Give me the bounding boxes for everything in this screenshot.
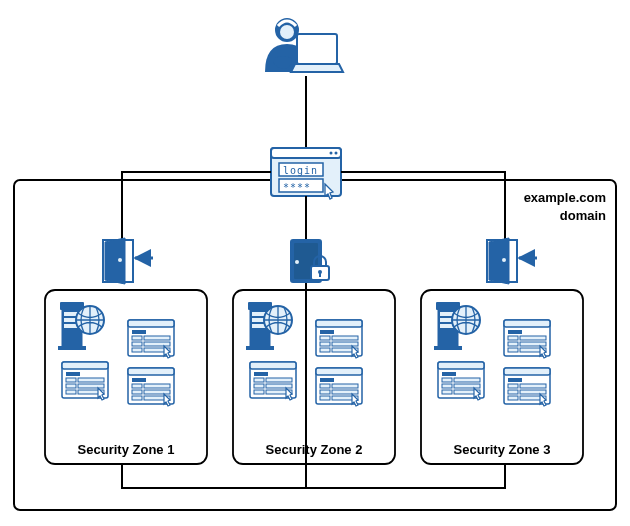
zone-2-label: Security Zone 2 — [266, 442, 363, 457]
zone-3-label: Security Zone 3 — [454, 442, 551, 457]
login-icon: login **** — [271, 148, 341, 199]
door-open-icon — [103, 238, 153, 284]
login-field-mask: **** — [283, 182, 311, 193]
zone-2: Security Zone 2 — [233, 240, 395, 464]
zone-1: Security Zone 1 — [45, 238, 207, 464]
zone-3: Security Zone 3 — [421, 238, 583, 464]
domain-label-2: domain — [560, 208, 606, 223]
door-locked-icon — [291, 240, 329, 282]
door-open-icon — [487, 238, 537, 284]
sso-diagram: example.com domain login **** Security Z… — [0, 0, 630, 526]
user-icon — [265, 19, 343, 72]
domain-label-1: example.com — [524, 190, 606, 205]
zone-1-label: Security Zone 1 — [78, 442, 175, 457]
login-field-label: login — [283, 165, 318, 176]
